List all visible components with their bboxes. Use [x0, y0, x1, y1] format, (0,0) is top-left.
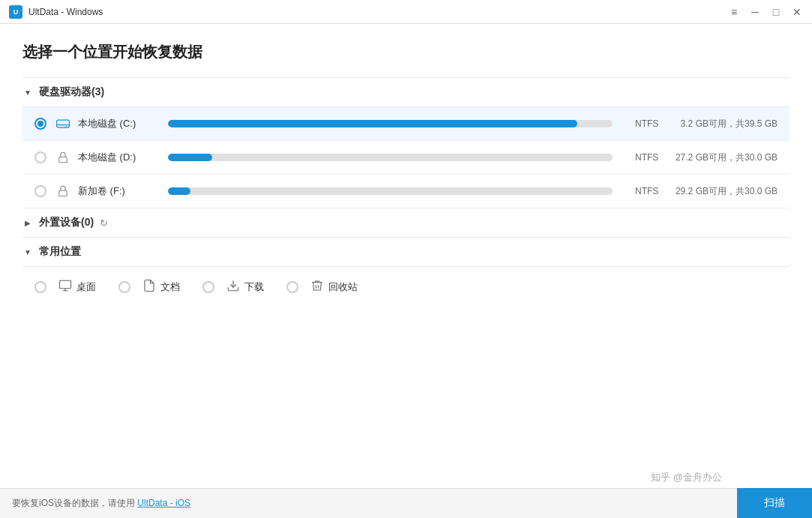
- external-devices-title: 外置设备(0): [39, 216, 94, 229]
- footer: 要恢复iOS设备的数据，请使用 UltData - iOS 知乎 @金舟办公 扫…: [0, 488, 812, 518]
- menu-button[interactable]: ≡: [728, 6, 740, 18]
- radio-desktop[interactable]: [34, 281, 46, 293]
- radio-c[interactable]: [34, 118, 46, 130]
- progress-fill-d: [168, 154, 212, 161]
- external-devices-chevron: ▶: [22, 217, 33, 228]
- progress-c: [168, 120, 613, 127]
- main-content: 选择一个位置开始恢复数据 ▼ 硬盘驱动器(3) 本地磁盘 (C:): [0, 24, 812, 488]
- drive-name-d: 本地磁盘 (D:): [78, 151, 153, 164]
- ios-link[interactable]: UltData - iOS: [137, 498, 190, 508]
- recycle-label: 回收站: [328, 280, 358, 294]
- downloads-label: 下载: [244, 280, 264, 294]
- location-desktop[interactable]: 桌面: [34, 279, 96, 295]
- documents-label: 文档: [160, 280, 180, 294]
- radio-documents[interactable]: [118, 281, 130, 293]
- app-title: UltData - Windows: [28, 7, 728, 17]
- drive-size-f: 29.2 GB可用，共30.0 GB: [673, 185, 778, 198]
- radio-recycle[interactable]: [286, 281, 298, 293]
- downloads-icon: [226, 279, 240, 295]
- progress-fill-f: [168, 187, 190, 195]
- scan-button[interactable]: 扫描: [737, 488, 812, 518]
- radio-d[interactable]: [34, 151, 46, 163]
- svg-rect-0: [57, 120, 70, 127]
- common-locations-list: 桌面 文档: [22, 267, 790, 307]
- recycle-icon: [310, 279, 324, 295]
- hard-drives-header[interactable]: ▼ 硬盘驱动器(3): [22, 77, 790, 107]
- close-button[interactable]: ✕: [791, 6, 803, 18]
- hard-drives-title: 硬盘驱动器(3): [39, 85, 104, 99]
- desktop-icon: [58, 279, 72, 295]
- common-locations-section: ▼ 常用位置 桌面: [22, 238, 790, 307]
- drive-size-d: 27.2 GB可用，共30.0 GB: [673, 151, 778, 164]
- svg-rect-3: [59, 157, 67, 163]
- common-locations-chevron: ▼: [22, 247, 33, 257]
- progress-fill-c: [168, 120, 577, 127]
- drive-list: 本地磁盘 (C:) NTFS 3.2 GB可用，共39.5 GB 本地磁盘 (D…: [22, 107, 790, 208]
- progress-d: [168, 154, 613, 161]
- footer-text: 要恢复iOS设备的数据，请使用 UltData - iOS: [12, 497, 190, 510]
- drive-icon-c: [54, 115, 72, 133]
- common-locations-title: 常用位置: [39, 245, 81, 259]
- external-devices-section: ▶ 外置设备(0) ↻: [22, 208, 790, 238]
- drive-fs-d: NTFS: [635, 152, 673, 163]
- title-bar: U UltData - Windows ≡ ─ □ ✕: [0, 0, 812, 24]
- drive-fs-c: NTFS: [635, 118, 673, 129]
- svg-rect-4: [59, 190, 67, 196]
- app-logo: U: [9, 5, 22, 19]
- maximize-button[interactable]: □: [770, 6, 782, 18]
- drive-fs-f: NTFS: [635, 186, 673, 196]
- svg-point-2: [65, 126, 67, 127]
- refresh-icon[interactable]: ↻: [100, 217, 108, 229]
- minimize-button[interactable]: ─: [749, 6, 761, 18]
- drive-name-f: 新加卷 (F:): [78, 184, 153, 198]
- drive-size-c: 3.2 GB可用，共39.5 GB: [673, 118, 778, 130]
- page-title: 选择一个位置开始恢复数据: [22, 42, 790, 62]
- drive-icon-f: [54, 182, 72, 200]
- hard-drives-chevron: ▼: [22, 87, 33, 97]
- hard-drives-section: ▼ 硬盘驱动器(3) 本地磁盘 (C:) NTFS 3.: [22, 77, 790, 208]
- common-locations-header[interactable]: ▼ 常用位置: [22, 238, 790, 267]
- documents-icon: [142, 279, 156, 295]
- location-row: 桌面 文档: [34, 274, 778, 300]
- svg-rect-5: [60, 280, 71, 289]
- location-recycle[interactable]: 回收站: [286, 279, 358, 295]
- drive-icon-d: [54, 148, 72, 166]
- drive-item-c[interactable]: 本地磁盘 (C:) NTFS 3.2 GB可用，共39.5 GB: [22, 107, 790, 141]
- desktop-label: 桌面: [76, 280, 96, 294]
- radio-f[interactable]: [34, 185, 46, 197]
- radio-downloads[interactable]: [202, 281, 214, 293]
- location-downloads[interactable]: 下载: [202, 279, 264, 295]
- drive-name-c: 本地磁盘 (C:): [78, 117, 153, 130]
- drive-item-f[interactable]: 新加卷 (F:) NTFS 29.2 GB可用，共30.0 GB: [22, 175, 790, 208]
- progress-f: [168, 187, 613, 195]
- external-devices-header[interactable]: ▶ 外置设备(0) ↻: [22, 208, 790, 238]
- location-documents[interactable]: 文档: [118, 279, 180, 295]
- drive-item-d[interactable]: 本地磁盘 (D:) NTFS 27.2 GB可用，共30.0 GB: [22, 141, 790, 175]
- window-controls: ≡ ─ □ ✕: [728, 6, 803, 18]
